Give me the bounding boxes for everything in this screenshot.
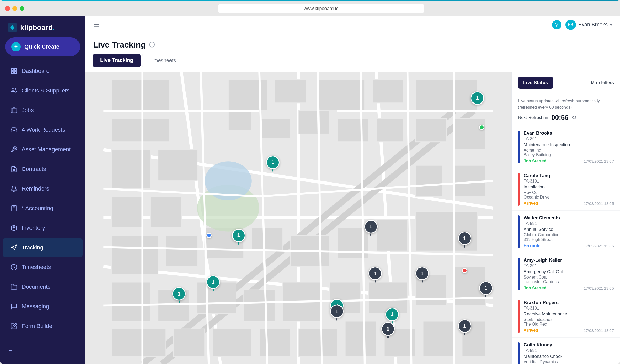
avatar: EB: [565, 20, 576, 30]
item-details: Braxton Rogers TA-3191 Reactive Maintena…: [524, 300, 614, 333]
page-header: Live Tracking ⓘ Live Tracking Timesheets: [85, 34, 620, 72]
item-status: En route: [524, 243, 540, 248]
sidebar-item-label: Inventory: [22, 225, 45, 231]
tracking-item-5[interactable]: Colin Kinney TA-591 Maintenance Check Ve…: [512, 338, 620, 364]
tracking-item-2[interactable]: Walter Clements TA-591 Annual Service Gl…: [512, 211, 620, 253]
item-job: Emergency Call Out: [524, 269, 614, 274]
info-icon[interactable]: ⓘ: [149, 41, 155, 49]
page-title: Live Tracking ⓘ: [93, 40, 612, 50]
map-marker-teal-4[interactable]: 1: [172, 287, 186, 300]
bell-icon: [10, 185, 18, 192]
map-marker-dark-3[interactable]: 1: [415, 267, 429, 280]
right-panel-header: Live Status Map Filters: [512, 72, 620, 94]
sidebar-item-label: Documents: [22, 283, 50, 290]
map-marker-teal-6[interactable]: 1: [385, 308, 399, 321]
live-status-button[interactable]: Live Status: [518, 77, 553, 89]
item-details: Carole Tang TA-3191 Installation Rev Co …: [524, 173, 614, 206]
collapse-button[interactable]: ←|: [0, 342, 85, 359]
svg-rect-45: [150, 196, 181, 228]
sidebar-item-asset-management[interactable]: Asset Management: [3, 140, 83, 159]
svg-rect-46: [111, 235, 158, 274]
map-marker-dark-6[interactable]: 1: [458, 319, 471, 333]
refresh-icon[interactable]: ↻: [572, 114, 576, 121]
minimize-button[interactable]: [12, 6, 17, 11]
map-marker-teal-1[interactable]: 1: [266, 156, 280, 169]
status-color-bar: [518, 258, 520, 290]
hamburger-icon[interactable]: ☰: [93, 20, 99, 29]
item-id: TA-3191: [524, 179, 614, 184]
svg-rect-36: [415, 80, 478, 111]
sidebar-item-jobs[interactable]: Jobs: [3, 101, 83, 120]
notification-indicator[interactable]: [552, 20, 561, 29]
close-button[interactable]: [5, 6, 10, 11]
map-area[interactable]: 1 1 1 1 2 1: [85, 72, 512, 364]
item-details: Walter Clements TA-591 Annual Service Gl…: [524, 215, 614, 248]
map-marker-teal-3[interactable]: 1: [206, 275, 220, 289]
svg-rect-41: [259, 118, 291, 138]
status-color-bar: [518, 131, 520, 163]
calculator-icon: [10, 205, 18, 212]
sidebar-item-contracts[interactable]: Contracts: [3, 160, 83, 178]
map-marker-dark-2[interactable]: 1: [368, 267, 382, 280]
sidebar-item-label: Dashboard: [22, 68, 50, 74]
sidebar-item-label: Jobs: [22, 107, 34, 114]
status-color-bar: [518, 342, 520, 364]
sidebar-item-form-builder[interactable]: Form Builder: [3, 317, 83, 335]
svg-rect-44: [111, 196, 143, 228]
tab-live-tracking[interactable]: Live Tracking: [93, 54, 141, 67]
clock-icon: [10, 264, 18, 271]
tracking-item-1[interactable]: Carole Tang TA-3191 Installation Rev Co …: [512, 168, 620, 211]
tab-timesheets[interactable]: Timesheets: [142, 54, 184, 67]
svg-rect-38: [454, 118, 486, 150]
tracking-item-4[interactable]: Braxton Rogers TA-3191 Reactive Maintena…: [512, 295, 620, 338]
map-filters-button[interactable]: Map Filters: [591, 80, 614, 85]
item-name: Braxton Rogers: [524, 300, 614, 305]
item-datetime: 17/03/2021 13:05: [584, 286, 614, 290]
sidebar-item-accounting[interactable]: * Accounting: [3, 199, 83, 218]
tracking-item-3[interactable]: Amy-Leigh Keller TA-391 Emergency Call O…: [512, 253, 620, 295]
sidebar-item-tracking[interactable]: Tracking: [3, 238, 83, 257]
svg-rect-56: [111, 282, 150, 321]
sidebar-item-inventory[interactable]: Inventory: [3, 219, 83, 237]
sidebar-item-label: Clients & Suppliers: [22, 87, 70, 94]
sidebar-item-label: Messaging: [22, 303, 49, 310]
map-marker-dark-5[interactable]: 1: [458, 232, 471, 245]
quick-create-label: Quick Create: [24, 43, 59, 50]
map-marker-dark-4[interactable]: 1: [330, 305, 344, 318]
svg-marker-16: [11, 245, 17, 250]
url-bar[interactable]: www.klipboard.io: [218, 4, 424, 13]
svg-rect-33: [275, 80, 306, 103]
item-location: Bailey Building: [524, 153, 614, 157]
item-details: Amy-Leigh Keller TA-391 Emergency Call O…: [524, 258, 614, 290]
item-location: The Old Rec: [524, 322, 614, 327]
quick-create-button[interactable]: + Quick Create: [5, 37, 80, 56]
svg-rect-34: [318, 80, 365, 111]
svg-point-5: [12, 88, 14, 90]
sidebar-item-messaging[interactable]: Messaging: [3, 297, 83, 316]
item-job: Maintenance Check: [524, 354, 614, 359]
svg-rect-52: [376, 220, 408, 251]
tracking-item-0[interactable]: Evan Brooks LA-391 Maintenance Inspectio…: [512, 126, 620, 168]
sidebar-item-clients[interactable]: Clients & Suppliers: [3, 81, 83, 100]
sidebar-item-label: 4 Work Requests: [22, 126, 65, 133]
user-menu[interactable]: EB Evan Brooks ▾: [565, 20, 612, 30]
item-company: Veridian Dynamics: [524, 360, 614, 364]
package-icon: [10, 224, 18, 232]
sidebar-item-timesheets[interactable]: Timesheets: [3, 258, 83, 276]
sidebar-item-documents[interactable]: Documents: [3, 278, 83, 296]
svg-rect-31: [158, 150, 197, 181]
map-marker-teal-2[interactable]: 1: [232, 229, 245, 242]
item-company: Globex Corporation: [524, 233, 614, 237]
sidebar-item-work-requests[interactable]: 4 Work Requests: [3, 121, 83, 139]
sidebar-item-dashboard[interactable]: Dashboard: [3, 62, 83, 80]
inbox-icon: [10, 126, 18, 133]
svg-rect-2: [14, 68, 17, 70]
map-marker-dark-1[interactable]: 1: [364, 220, 378, 233]
svg-rect-35: [373, 80, 404, 103]
maximize-button[interactable]: [20, 6, 24, 11]
status-color-bar: [518, 173, 520, 206]
sidebar-item-reminders[interactable]: Reminders: [3, 179, 83, 198]
sidebar: klipboard. + Quick Create Dashboard Clie…: [0, 16, 85, 364]
map-marker-dark-8[interactable]: 1: [381, 322, 395, 336]
map-marker-dark-7[interactable]: 1: [479, 281, 493, 295]
